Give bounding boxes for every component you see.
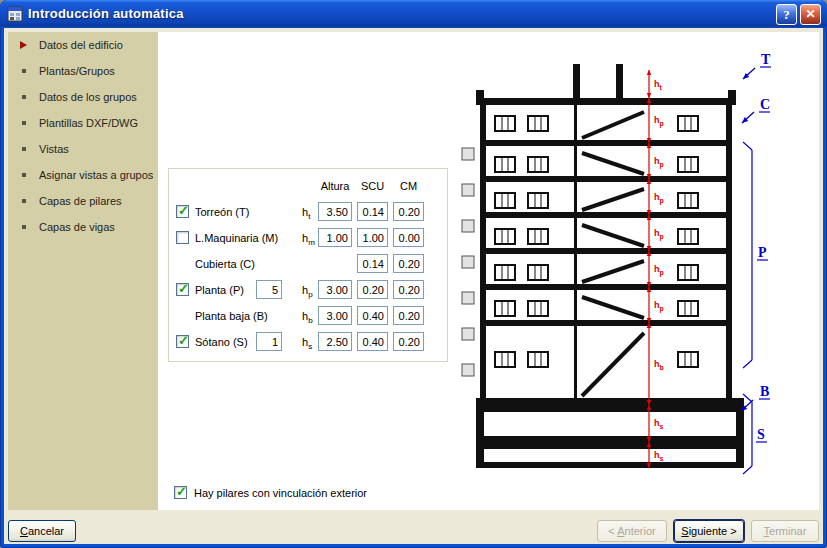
sidebar-item-label: Vistas [39,143,69,155]
column-header-altura: Altura [318,180,352,192]
planta-count-input[interactable] [256,280,282,299]
sotano-cm-input[interactable] [393,332,424,351]
back-button[interactable]: < Anterior [597,520,667,542]
maquinaria-checkbox[interactable] [176,231,189,244]
sidebar-item-asignar-vistas-a-grupos[interactable]: Asignar vistas a grupos [8,162,158,188]
main-panel: Altura SCU CM Torreón (T) ht L.Maquinari… [158,32,819,510]
sotano-count-input[interactable] [256,332,282,351]
step-bullet-icon [22,147,26,151]
planta-checkbox[interactable] [176,283,189,296]
wizard-steps-sidebar: Datos del edificio Plantas/Grupos Datos … [8,32,158,510]
sidebar-item-label: Datos de los grupos [39,91,137,103]
form-row-torreon: Torreón (T) ht [158,202,458,222]
zone-label-S: S [757,427,765,442]
sotano-scu-input[interactable] [357,332,388,351]
sotano-checkbox[interactable] [176,335,189,348]
next-button[interactable]: Siguiente > [674,520,744,542]
building-section-diagram: hthphphphphphphbhshsTCPBS [450,50,795,475]
sidebar-item-label: Plantas/Grupos [39,65,115,77]
dim-label-1: hp [654,115,664,128]
step-bullet-icon [22,95,26,99]
planta-baja-altura-input[interactable] [318,306,352,325]
cubierta-scu-input[interactable] [357,254,388,273]
step-bullet-icon [20,41,27,49]
dialog-window: Introducción automática ? ✕ Datos del ed… [0,0,827,548]
maquinaria-cm-input[interactable] [393,228,424,247]
maquinaria-altura-input[interactable] [318,228,352,247]
planta-altura-input[interactable] [318,280,352,299]
row-label: Cubierta (C) [195,258,255,270]
form-row-cubierta: Cubierta (C) [158,254,458,274]
height-var-label: hm [302,232,315,247]
form-row-sotano: Sótano (S) hs [158,332,458,352]
zone-label-T: T [761,52,771,67]
vinculacion-label: Hay pilares con vinculación exterior [194,487,367,499]
row-label: Torreón (T) [195,206,249,218]
help-button[interactable]: ? [776,4,797,25]
sidebar-item-datos-de-los-grupos[interactable]: Datos de los grupos [8,84,158,110]
torreon-scu-input[interactable] [357,202,388,221]
row-label: L.Maquinaria (M) [195,232,278,244]
sidebar-item-capas-de-vigas[interactable]: Capas de vigas [8,214,158,240]
step-bullet-icon [22,225,26,229]
sidebar-item-capas-de-pilares[interactable]: Capas de pilares [8,188,158,214]
building-drawing [462,64,744,468]
planta-baja-scu-input[interactable] [357,306,388,325]
planta-cm-input[interactable] [393,280,424,299]
dim-label-5: hp [654,264,664,277]
zone-labels: TCPBS [741,52,771,474]
sidebar-item-vistas[interactable]: Vistas [8,136,158,162]
torreon-altura-input[interactable] [318,202,352,221]
dialog-content: Datos del edificio Plantas/Grupos Datos … [4,28,823,544]
sidebar-item-label: Datos del edificio [39,39,123,51]
window-title: Introducción automática [28,0,184,27]
finish-button[interactable]: Terminar [751,520,819,542]
dim-label-6: hp [654,300,664,313]
row-label: Sótano (S) [195,336,248,348]
sidebar-item-plantas-grupos[interactable]: Plantas/Grupos [8,58,158,84]
sidebar-item-plantillas-dxf-dwg[interactable]: Plantillas DXF/DWG [8,110,158,136]
form-row-planta: Planta (P) hp [158,280,458,300]
zone-label-B: B [760,384,769,399]
step-bullet-icon [22,199,26,203]
column-header-scu: SCU [357,180,388,192]
cancel-button[interactable]: Cancelar [8,520,76,542]
height-var-label: hs [302,336,312,351]
dim-label-3: hp [654,192,664,205]
dim-label-0: ht [654,79,663,91]
row-label: Planta baja (B) [195,310,268,322]
column-header-cm: CM [393,180,424,192]
zone-label-C: C [760,97,770,112]
torreon-cm-input[interactable] [393,202,424,221]
app-icon [7,6,23,22]
dim-label-2: hp [654,156,664,169]
step-bullet-icon [22,69,26,73]
maquinaria-scu-input[interactable] [357,228,388,247]
step-bullet-icon [22,121,26,125]
sidebar-item-label: Asignar vistas a grupos [39,169,153,181]
close-button[interactable]: ✕ [800,4,821,25]
dim-label-7: hb [654,359,664,371]
planta-scu-input[interactable] [357,280,388,299]
form-row-maquinaria: L.Maquinaria (M) hm [158,228,458,248]
torreon-checkbox[interactable] [176,205,189,218]
vinculacion-checkbox[interactable] [174,486,187,499]
height-var-label: hp [302,284,313,299]
row-label: Planta (P) [195,284,244,296]
height-var-label: hb [302,310,313,325]
dim-label-8: hs [654,418,664,430]
step-bullet-icon [22,173,26,177]
sidebar-item-label: Capas de pilares [39,195,122,207]
sidebar-item-datos-del-edificio[interactable]: Datos del edificio [8,32,158,58]
sidebar-item-label: Capas de vigas [39,221,115,233]
dim-label-9: hs [654,450,664,462]
sidebar-item-label: Plantillas DXF/DWG [39,117,138,129]
planta-baja-cm-input[interactable] [393,306,424,325]
zone-label-P: P [758,245,767,260]
dim-label-4: hp [654,228,664,241]
cubierta-cm-input[interactable] [393,254,424,273]
sotano-altura-input[interactable] [318,332,352,351]
title-bar[interactable]: Introducción automática ? ✕ [0,0,827,28]
form-row-planta-baja: Planta baja (B) hb [158,306,458,326]
height-var-label: ht [302,206,310,221]
